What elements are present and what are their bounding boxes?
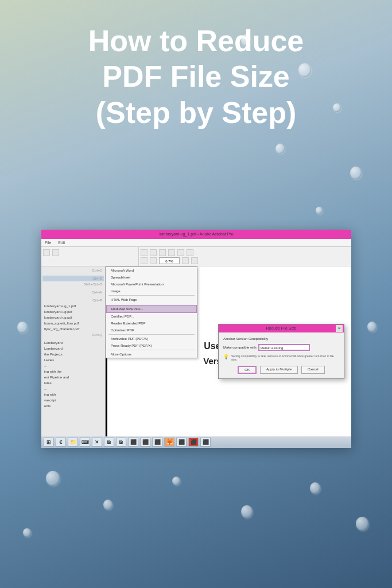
- tool-button[interactable]: [191, 257, 198, 264]
- zoom-level[interactable]: 6.7%: [159, 257, 180, 264]
- submenu-pdfa[interactable]: Archivable PDF (PDF/A): [106, 335, 197, 342]
- recent-file[interactable]: lumberyard-ug_1.pdf: [42, 303, 104, 309]
- submenu-powerpoint[interactable]: Microsoft PowerPoint Presentation: [106, 281, 197, 288]
- cancel-button[interactable]: Cancel: [301, 366, 325, 374]
- taskbar-icon[interactable]: ⬛: [152, 438, 162, 447]
- submenu-image[interactable]: Image: [106, 288, 197, 295]
- tool-button[interactable]: [150, 249, 157, 256]
- tool-button[interactable]: [187, 249, 193, 256]
- combo-label: Make compatible with:: [223, 346, 257, 349]
- taskbar-icon[interactable]: ⬛: [128, 438, 138, 447]
- start-button[interactable]: ⊞: [44, 438, 54, 447]
- submenu-certified-pdf[interactable]: Certified PDF...: [106, 313, 197, 320]
- submenu-html[interactable]: HTML Web Page: [106, 296, 197, 303]
- bookmark-item[interactable]: ing with: [42, 392, 104, 397]
- bookmark-item[interactable]: vascript: [42, 397, 104, 403]
- submenu-optimized-pdf[interactable]: Optimized PDF...: [106, 327, 197, 334]
- tool-button[interactable]: [43, 249, 50, 256]
- taskbar-icon[interactable]: ⬛: [140, 438, 150, 447]
- taskbar-icon[interactable]: 🦊: [164, 438, 174, 447]
- nav-next[interactable]: [150, 257, 157, 264]
- bookmark-item[interactable]: the Projects: [42, 351, 104, 357]
- submenu-spreadsheet[interactable]: Spreadsheet: [106, 274, 197, 281]
- taskbar-icon[interactable]: €: [56, 438, 66, 447]
- menu-item[interactable]: Ctrl+P: [42, 297, 104, 303]
- dialog-titlebar[interactable]: Reduce File Size ×: [219, 324, 344, 332]
- bookmark-item[interactable]: ...: [42, 363, 104, 369]
- menu-item[interactable]: Ctrl+Q: [42, 332, 104, 338]
- bookmark-item[interactable]: ent Pipeline and: [42, 374, 104, 380]
- menu-item[interactable]: Ctrl+O: [42, 268, 104, 273]
- taskbar-icon[interactable]: ⌨: [80, 438, 90, 447]
- taskbar-icon[interactable]: 🗎: [104, 438, 114, 447]
- compatibility-dropdown[interactable]: Retain existing: [258, 344, 310, 351]
- bookmark-item[interactable]: Lumberyard: [42, 340, 104, 346]
- menubar: File Edit: [41, 239, 351, 247]
- hint-row: 💡 Setting compatibility to later version…: [223, 354, 339, 361]
- taskbar-icon[interactable]: 🗎: [116, 438, 126, 447]
- tool-button[interactable]: [182, 257, 189, 264]
- hint-text: Setting compatibility to later versions …: [231, 354, 339, 361]
- taskbar-icon[interactable]: 📁: [68, 438, 78, 447]
- submenu-pdfx[interactable]: Press-Ready PDF (PDF/X): [106, 342, 197, 349]
- nav-prev[interactable]: [141, 257, 148, 264]
- reduce-file-size-dialog: Reduce File Size × Acrobat Version Compa…: [218, 324, 344, 379]
- submenu-reader-extended[interactable]: Reader Extended PDF: [106, 320, 197, 327]
- bookmark-item[interactable]: ...: [42, 386, 104, 392]
- bookmark-item[interactable]: ents: [42, 403, 104, 409]
- menu-edit[interactable]: Edit: [58, 241, 65, 245]
- tool-button[interactable]: [159, 249, 166, 256]
- taskbar-icon[interactable]: ⬛: [200, 438, 211, 447]
- recent-file[interactable]: lumberyard-ug.pdf: [42, 309, 104, 315]
- menu-file[interactable]: File: [45, 241, 51, 245]
- separator: [108, 295, 195, 296]
- tool-button[interactable]: [177, 249, 184, 256]
- taskbar-icon[interactable]: ⬛: [176, 438, 187, 447]
- separator: [108, 334, 195, 335]
- taskbar-icon[interactable]: ✕: [92, 438, 102, 447]
- recent-file[interactable]: boom_appetit_flow.pdf: [42, 320, 104, 326]
- recent-file[interactable]: lumberyard-ug.pdf: [42, 315, 104, 320]
- save-as-submenu: Microsoft Word Spreadsheet Microsoft Pow…: [106, 266, 197, 358]
- tool-button[interactable]: [141, 249, 148, 256]
- bookmark-item[interactable]: Files: [42, 380, 104, 386]
- recent-file[interactable]: flyer_org_character.pdf: [42, 326, 104, 332]
- submenu-word[interactable]: Microsoft Word: [106, 267, 197, 274]
- separator: [108, 350, 195, 350]
- tool-button[interactable]: [52, 249, 59, 256]
- menu-item[interactable]: Ctrl+W: [42, 289, 104, 295]
- submenu-reduced-size-pdf[interactable]: Reduced Size PDF...: [106, 305, 197, 313]
- menu-item[interactable]: Shift+Ctrl+S: [42, 281, 104, 287]
- bookmark-item[interactable]: Lumberyard: [42, 346, 104, 351]
- file-menu-panel: Ctrl+O Ctrl+S Shift+Ctrl+S Ctrl+W Ctrl+P…: [41, 266, 106, 436]
- menu-item-save-as[interactable]: Ctrl+S: [42, 276, 104, 281]
- toolbar: 6.7%: [41, 247, 351, 266]
- apply-multiple-button[interactable]: Apply to Multiple: [260, 366, 298, 374]
- separator: [108, 304, 195, 304]
- windows-taskbar: ⊞ € 📁 ⌨ ✕ 🗎 🗎 ⬛ ⬛ ⬛ 🦊 ⬛ ⬛ ⬛: [41, 436, 351, 448]
- app-screenshot: lumberyard-ug_1.pdf - Adobe Acrobat Pro …: [41, 230, 351, 448]
- submenu-more-options[interactable]: More Options: [106, 351, 197, 358]
- tool-button[interactable]: [168, 249, 175, 256]
- ok-button[interactable]: OK: [238, 366, 257, 374]
- section-label: Acrobat Version Compatibility: [223, 337, 339, 341]
- bookmark-item[interactable]: ing with the: [42, 369, 104, 374]
- close-icon[interactable]: ×: [336, 325, 343, 332]
- taskbar-icon[interactable]: ⬛: [188, 438, 199, 447]
- bookmark-item[interactable]: Levels: [42, 357, 104, 363]
- lightbulb-icon: 💡: [223, 354, 229, 361]
- window-titlebar[interactable]: lumberyard-ug_1.pdf - Adobe Acrobat Pro: [41, 230, 351, 239]
- page-title: How to Reduce PDF File Size (Step by Ste…: [0, 23, 392, 130]
